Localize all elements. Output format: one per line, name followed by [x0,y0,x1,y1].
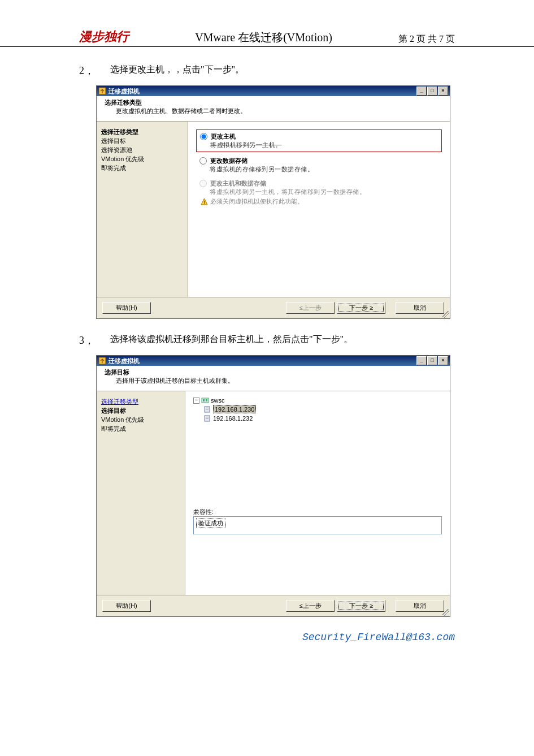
option-change-both-warning: 必须关闭虚拟机以便执行此功能。 [210,197,303,206]
step-3: 3， 选择将该虚拟机迁移到那台目标主机上，然后点击"下一步"。 [0,334,534,347]
compatibility-section: 兼容性: 验证成功 [193,508,442,534]
dialog-migrate-1: 迁移虚拟机 _ □ × 选择迁移类型 更改虚拟机的主机、数据存储或二者同时更改。… [96,85,450,319]
wizard-header: 选择迁移类型 更改虚拟机的主机、数据存储或二者同时更改。 [97,96,450,122]
svg-rect-4 [202,398,209,403]
button-row: 帮助(H) ≤上一步 下一步 ≥ 取消 [97,297,450,318]
svg-text:!: ! [203,200,205,205]
titlebar[interactable]: 迁移虚拟机 _ □ × [97,86,450,96]
wizard-step-title: 选择迁移类型 [105,98,444,107]
option-change-host[interactable]: 更改主机 将虚拟机移到另一主机。 [196,129,442,152]
tree-host-2-label: 192.168.1.232 [213,415,253,422]
cancel-button[interactable]: 取消 [396,600,444,612]
svg-rect-11 [206,417,209,417]
minimize-button[interactable]: _ [416,87,427,96]
window-title: 迁移虚拟机 [108,87,416,96]
sidebar-item-target[interactable]: 选择目标 [101,406,180,415]
maximize-button[interactable]: □ [427,87,437,96]
svg-rect-9 [206,409,209,409]
sidebar-item-target[interactable]: 选择目标 [101,136,183,145]
option-change-datastore-desc: 将虚拟机的存储移到另一数据存储。 [199,165,439,174]
window-icon [98,87,106,95]
tree-host-1-label: 192.168.1.230 [213,405,256,413]
option-change-both: 更改主机和数据存储 将虚拟机移到另一主机，将其存储移到另一数据存储。 ! 必须关… [196,178,442,207]
back-button: ≤上一步 [286,302,335,314]
option-change-both-desc: 将虚拟机移到另一主机，将其存储移到另一数据存储。 [199,188,439,196]
host-icon [203,414,211,422]
option-change-host-desc: 将虚拟机移到另一主机。 [200,141,438,149]
sidebar-item-pool[interactable]: 选择资源池 [101,145,183,154]
page-header: 漫步独行 VMware 在线迁移(VMotion) 第 2 页 共 7 页 [0,28,534,47]
footer-email: Security_FireWall@163.com [0,632,534,654]
step-2: 2， 选择更改主机，，点击"下一步"。 [0,64,534,77]
sidebar-item-finish[interactable]: 即将完成 [101,424,180,433]
wizard-step-subtitle: 更改虚拟机的主机、数据存储或二者同时更改。 [105,107,444,115]
next-button[interactable]: 下一步 ≥ [337,302,385,314]
cancel-button[interactable]: 取消 [396,302,444,314]
warning-icon: ! [201,198,208,205]
step-2-number: 2， [79,64,110,77]
wizard-step-subtitle: 选择用于该虚拟机迁移的目标主机或群集。 [105,377,444,385]
close-button[interactable]: × [438,356,448,365]
host-tree[interactable]: − swsc 192.168.1.230 [193,396,442,423]
wizard-step-title: 选择目标 [105,368,444,377]
titlebar[interactable]: 迁移虚拟机 _ □ × [97,356,450,366]
help-button[interactable]: 帮助(H) [102,302,151,314]
brand-text: 漫步独行 [79,28,129,45]
svg-rect-5 [203,399,205,401]
resize-grip[interactable] [442,609,449,616]
radio-change-host[interactable] [200,133,207,140]
wizard-header: 选择目标 选择用于该虚拟机迁移的目标主机或群集。 [97,366,450,391]
tree-host-2[interactable]: 192.168.1.232 [193,414,442,423]
next-button[interactable]: 下一步 ≥ [337,600,385,612]
sidebar-item-finish[interactable]: 即将完成 [101,163,183,172]
window-title: 迁移虚拟机 [108,357,416,365]
wizard-sidebar: 选择迁移类型 选择目标 VMotion 优先级 即将完成 [97,391,185,595]
compatibility-list: 验证成功 [193,516,442,534]
step-2-text: 选择更改主机，，点击"下一步"。 [110,64,455,77]
step-3-text: 选择将该虚拟机迁移到那台目标主机上，然后点击"下一步"。 [110,334,455,347]
radio-change-both [199,180,207,187]
compatibility-status: 验证成功 [196,519,225,528]
sidebar-item-priority[interactable]: VMotion 优先级 [101,415,180,424]
option-change-datastore[interactable]: 更改数据存储 将虚拟机的存储移到另一数据存储。 [196,155,442,175]
close-button[interactable]: × [438,87,448,96]
option-change-host-label: 更改主机 [211,132,236,141]
minimize-button[interactable]: _ [416,356,427,365]
option-change-datastore-label: 更改数据存储 [210,157,248,165]
step-3-number: 3， [79,334,110,347]
button-row: 帮助(H) ≤上一步 下一步 ≥ 取消 [97,595,450,616]
cluster-icon [201,396,209,404]
wizard-sidebar: 选择迁移类型 选择目标 选择资源池 VMotion 优先级 即将完成 [97,122,188,297]
help-button[interactable]: 帮助(H) [102,600,151,612]
option-change-both-label: 更改主机和数据存储 [210,179,266,188]
resize-grip[interactable] [442,311,449,318]
tree-root-label: swsc [211,397,224,404]
sidebar-item-type[interactable]: 选择迁移类型 [101,397,180,406]
window-icon [98,357,106,365]
page-number: 第 2 页 共 7 页 [398,33,455,45]
wizard-content: 更改主机 将虚拟机移到另一主机。 更改数据存储 将虚拟机的存储移到另一数据存储。 [188,122,450,297]
dialog-migrate-2: 迁移虚拟机 _ □ × 选择目标 选择用于该虚拟机迁移的目标主机或群集。 选择迁… [96,355,450,617]
maximize-button[interactable]: □ [427,356,437,365]
svg-rect-12 [206,418,209,418]
radio-change-datastore[interactable] [199,157,207,165]
doc-title: VMware 在线迁移(VMotion) [195,30,332,45]
tree-root[interactable]: − swsc [193,396,442,405]
svg-rect-6 [206,399,207,401]
sidebar-item-priority[interactable]: VMotion 优先级 [101,154,183,163]
wizard-content: − swsc 192.168.1.230 [185,391,450,595]
sidebar-item-type[interactable]: 选择迁移类型 [101,127,183,136]
compatibility-label: 兼容性: [193,508,442,516]
svg-rect-8 [206,408,209,408]
back-button[interactable]: ≤上一步 [286,600,335,612]
tree-collapse-icon[interactable]: − [193,398,199,404]
host-icon [203,405,211,413]
tree-host-1[interactable]: 192.168.1.230 [193,405,442,414]
